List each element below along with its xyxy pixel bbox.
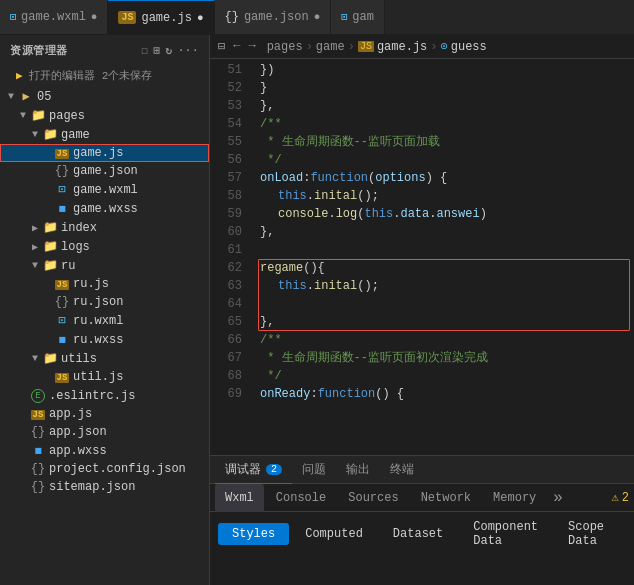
tree-label: game.wxss bbox=[73, 202, 138, 216]
tree-label: app.json bbox=[49, 425, 107, 439]
code-line-57: ▼ onLoad: function (options) { bbox=[260, 169, 634, 187]
code-line-59: console.log(this.data.answei) bbox=[260, 205, 634, 223]
more-options-icon[interactable]: ··· bbox=[178, 44, 199, 57]
panel-tab-issues[interactable]: 问题 bbox=[292, 456, 336, 484]
fold-icon[interactable]: ▼ bbox=[250, 259, 256, 277]
refresh-icon[interactable]: ↻ bbox=[166, 44, 173, 57]
panel-subtab-wxml[interactable]: Wxml bbox=[215, 484, 264, 512]
unsaved-label: ▶ 打开的编辑器 2个未保存 bbox=[0, 66, 209, 87]
panel-tab-debugger[interactable]: 调试器 2 bbox=[215, 456, 292, 484]
tree-item-sitemap-json[interactable]: {} sitemap.json bbox=[0, 478, 209, 496]
tree-item-ru[interactable]: ▼ 📁 ru bbox=[0, 256, 209, 275]
tree-item-game-wxml[interactable]: ⊡ game.wxml bbox=[0, 180, 209, 199]
new-file-icon[interactable]: ☐ bbox=[141, 44, 148, 57]
bookmark-icon[interactable]: ⊟ bbox=[218, 39, 225, 54]
arrow-icon: ▼ bbox=[28, 129, 42, 140]
tree-item-ru-js[interactable]: JS ru.js bbox=[0, 275, 209, 293]
tree-item-pages[interactable]: ▼ 📁 pages bbox=[0, 106, 209, 125]
panel-bottomtab-dataset[interactable]: Dataset bbox=[379, 523, 457, 545]
tree-item-index[interactable]: ▶ 📁 index bbox=[0, 218, 209, 237]
tree-item-app-json[interactable]: {} app.json bbox=[0, 423, 209, 441]
folder-icon: 📁 bbox=[42, 127, 58, 142]
sep: › bbox=[430, 40, 437, 54]
code-line-52: } bbox=[260, 79, 634, 97]
tree-item-eslint[interactable]: E .eslintrc.js bbox=[0, 386, 209, 405]
tree-label: game bbox=[61, 128, 90, 142]
tree-item-app-js[interactable]: JS app.js bbox=[0, 405, 209, 423]
sidebar-header: 资源管理器 ☐ ⊞ ↻ ··· bbox=[0, 35, 209, 66]
panel-tab-terminal[interactable]: 终端 bbox=[380, 456, 424, 484]
tab-game-json[interactable]: {} game.json ● bbox=[215, 0, 332, 35]
tab-close[interactable]: ● bbox=[314, 11, 321, 23]
tree-item-utils[interactable]: ▼ 📁 utils bbox=[0, 349, 209, 368]
breadcrumb-js-icon: JS bbox=[358, 41, 374, 52]
tab-dot[interactable]: ● bbox=[197, 12, 204, 24]
arrow-icon: ▶ bbox=[28, 222, 42, 234]
tab-game-wxml[interactable]: ⊡ game.wxml ● bbox=[0, 0, 108, 35]
tree-item-game-js[interactable]: JS game.js bbox=[0, 144, 209, 162]
fold-icon[interactable]: ▼ bbox=[250, 115, 256, 133]
js-file-icon: JS bbox=[54, 370, 70, 384]
issues-label: 问题 bbox=[302, 461, 326, 478]
tree-item-game[interactable]: ▼ 📁 game bbox=[0, 125, 209, 144]
breadcrumb-gamejs: game.js bbox=[377, 40, 427, 54]
warning-count: 2 bbox=[622, 491, 629, 505]
json-file-icon: {} bbox=[30, 462, 46, 476]
wxml-tab-label: Wxml bbox=[225, 491, 254, 505]
panel-sub-tabs: Wxml Console Sources Network Memory » ⚠ … bbox=[210, 484, 634, 512]
console-tab-label: Console bbox=[276, 491, 326, 505]
tree-item-game-json[interactable]: {} game.json bbox=[0, 162, 209, 180]
panel-subtab-console[interactable]: Console bbox=[266, 484, 336, 512]
tree-label: utils bbox=[61, 352, 97, 366]
sources-tab-label: Sources bbox=[348, 491, 398, 505]
tree-item-logs[interactable]: ▶ 📁 logs bbox=[0, 237, 209, 256]
code-line-65: }, bbox=[260, 313, 634, 331]
tree-label: game.json bbox=[73, 164, 138, 178]
panel-subtab-memory[interactable]: Memory bbox=[483, 484, 546, 512]
panel-bottomtab-scopedata[interactable]: Scope Data bbox=[554, 516, 626, 552]
fold-icon[interactable]: ▼ bbox=[250, 331, 256, 349]
arrow-icon: ▶ bbox=[28, 241, 42, 253]
code-editor[interactable]: 51 52 53 54 55 56 57 58 59 60 61 62 63 6… bbox=[210, 59, 634, 455]
code-content: }) } }, ▼ /** bbox=[250, 59, 634, 455]
forward-icon[interactable]: → bbox=[248, 39, 255, 54]
editor-area: ⊟ ← → pages › game › JS game.js › ⊙ gues… bbox=[210, 35, 634, 585]
tree-item-util-js[interactable]: JS util.js bbox=[0, 368, 209, 386]
new-folder-icon[interactable]: ⊞ bbox=[153, 44, 160, 57]
code-line-51: }) bbox=[260, 61, 634, 79]
more-tabs-button[interactable]: » bbox=[548, 489, 568, 507]
fold-icon[interactable]: ▼ bbox=[250, 169, 256, 187]
wxml-file-icon: ⊡ bbox=[54, 313, 70, 328]
panel-bottomtab-styles[interactable]: Styles bbox=[218, 523, 289, 545]
sidebar-tree: ▼ ▶ 05 ▼ 📁 pages ▼ 📁 game JS game.js bbox=[0, 87, 209, 585]
panel-tab-output[interactable]: 输出 bbox=[336, 456, 380, 484]
tree-item-ru-wxss[interactable]: ◼ ru.wxss bbox=[0, 330, 209, 349]
sidebar-header-icons: ☐ ⊞ ↻ ··· bbox=[141, 44, 199, 57]
tab-bar: ⊡ game.wxml ● JS game.js ● {} game.json … bbox=[0, 0, 634, 35]
folder-icon: 📁 bbox=[42, 351, 58, 366]
code-line-63: this.inital(); bbox=[260, 277, 634, 295]
panel-subtab-sources[interactable]: Sources bbox=[338, 484, 408, 512]
tree-item-project-json[interactable]: {} project.config.json bbox=[0, 460, 209, 478]
line-numbers: 51 52 53 54 55 56 57 58 59 60 61 62 63 6… bbox=[210, 59, 250, 455]
tree-item-ru-wxml[interactable]: ⊡ ru.wxml bbox=[0, 311, 209, 330]
tab-game-js[interactable]: JS game.js ● bbox=[108, 0, 214, 35]
tree-item-app-wxss[interactable]: ◼ app.wxss bbox=[0, 441, 209, 460]
panel-bottomtab-componentdata[interactable]: Component Data bbox=[459, 516, 552, 552]
code-line-61 bbox=[260, 241, 634, 259]
arrow-icon: ▼ bbox=[16, 110, 30, 121]
tab-close[interactable]: ● bbox=[91, 11, 98, 23]
back-icon[interactable]: ← bbox=[233, 39, 240, 54]
tree-label: app.js bbox=[49, 407, 92, 421]
tab-game2[interactable]: ⊡ gam bbox=[331, 0, 385, 35]
terminal-label: 终端 bbox=[390, 461, 414, 478]
tree-item-ru-json[interactable]: {} ru.json bbox=[0, 293, 209, 311]
json-icon: {} bbox=[225, 10, 239, 24]
tree-item-game-wxss[interactable]: ◼ game.wxss bbox=[0, 199, 209, 218]
panel-bottomtab-computed[interactable]: Computed bbox=[291, 523, 377, 545]
panel-subtab-network[interactable]: Network bbox=[411, 484, 481, 512]
memory-tab-label: Memory bbox=[493, 491, 536, 505]
wxml-file-icon: ⊡ bbox=[54, 182, 70, 197]
tree-item-root[interactable]: ▼ ▶ 05 bbox=[0, 87, 209, 106]
tree-label: ru.js bbox=[73, 277, 109, 291]
